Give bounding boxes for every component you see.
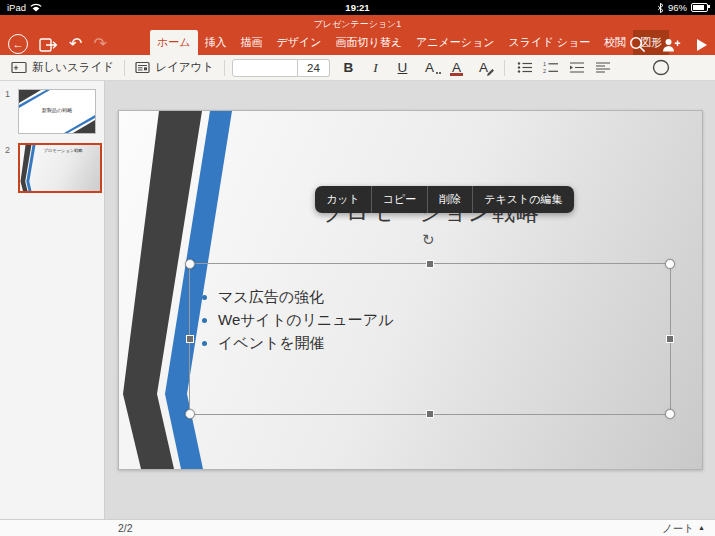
resize-handle-bottom-right[interactable] — [665, 409, 675, 419]
notes-toggle[interactable]: ノート ▲ — [662, 520, 705, 536]
share-file-button[interactable] — [39, 36, 58, 53]
bullet-text-2: Weサイトのリニューアル — [218, 311, 393, 330]
search-button[interactable] — [629, 36, 646, 53]
notes-expand-icon: ▲ — [698, 520, 705, 536]
slide-1-title: 新製品の戦略 — [25, 107, 90, 115]
context-menu-cut[interactable]: カット — [315, 186, 371, 213]
new-slide-icon — [11, 61, 27, 74]
layout-button[interactable]: レイアウト — [132, 60, 217, 75]
clear-formatting-button[interactable]: A — [417, 57, 442, 79]
slide-thumbnail-2-selected[interactable]: プロモーション戦略 — [18, 143, 102, 193]
clear-formatting-label: A — [425, 60, 434, 75]
back-button[interactable]: ← — [8, 34, 28, 54]
numbered-list-button[interactable]: 1 2 — [539, 57, 563, 79]
font-color-button[interactable]: A — [444, 57, 469, 79]
shape-style-button[interactable] — [649, 57, 673, 79]
slide-editor[interactable]: プロモーション戦略 ↻ マス広告の強化 — [118, 110, 703, 470]
rotate-handle[interactable]: ↻ — [422, 231, 435, 249]
share-icon — [39, 36, 58, 53]
resize-handle-left[interactable] — [186, 335, 194, 343]
battery-percent: 96% — [668, 2, 687, 13]
svg-text:2: 2 — [543, 68, 546, 74]
bullet-list-button[interactable] — [513, 57, 537, 79]
resize-handle-top[interactable] — [426, 260, 434, 268]
ribbon: プレゼンテーション1 ← ↶ ↷ ホーム 挿入 描画 デザイン 画面 — [0, 15, 715, 55]
resize-handle-bottom-left[interactable] — [185, 409, 195, 419]
tab-draw[interactable]: 描画 — [234, 30, 270, 55]
font-color-bar-icon — [450, 73, 463, 76]
bold-button[interactable]: B — [336, 57, 361, 79]
context-menu-delete[interactable]: 削除 — [427, 186, 472, 213]
bullet-list-icon — [517, 61, 533, 74]
redo-button[interactable]: ↷ — [93, 36, 106, 52]
notes-label: ノート — [662, 520, 694, 536]
slide-thumbnail-panel: 1 新製品の戦略 2 — [0, 81, 105, 519]
font-size-box[interactable]: 24 — [298, 59, 330, 77]
wifi-icon — [30, 3, 42, 12]
new-slide-button[interactable]: 新しいスライド — [8, 60, 117, 75]
back-arrow-icon: ← — [8, 34, 28, 54]
align-button[interactable] — [591, 57, 615, 79]
slide-thumbnail-1[interactable]: 新製品の戦略 — [18, 89, 96, 134]
bullet-icon — [202, 341, 207, 346]
resize-handle-bottom[interactable] — [426, 410, 434, 418]
svg-text:1: 1 — [543, 61, 546, 67]
bullet-text-3: イベントを開催 — [218, 334, 325, 353]
indent-icon — [569, 61, 585, 74]
content-area: 1 新製品の戦略 2 — [0, 81, 715, 519]
bullet-icon — [202, 318, 207, 323]
numbered-list-icon: 1 2 — [543, 61, 559, 74]
play-icon — [697, 39, 707, 51]
bullet-icon — [202, 295, 207, 300]
align-icon — [595, 61, 611, 74]
context-menu: カット コピー 削除 テキストの編集 — [315, 186, 574, 213]
indent-button[interactable] — [565, 57, 589, 79]
status-footer: 2/2 ノート ▲ — [0, 519, 715, 536]
tab-insert[interactable]: 挿入 — [198, 30, 234, 55]
resize-handle-top-left[interactable] — [185, 259, 195, 269]
bullet-item-3[interactable]: イベントを開催 — [202, 332, 393, 355]
bullet-item-2[interactable]: Weサイトのリニューアル — [202, 309, 393, 332]
tab-home[interactable]: ホーム — [150, 30, 198, 55]
format-toolbar: 新しいスライド レイアウト 24 B I U A A A — [0, 55, 715, 81]
ios-status-bar: iPad 19:21 96% — [0, 0, 715, 15]
present-button[interactable] — [697, 39, 707, 51]
pen-icon — [486, 68, 495, 77]
resize-handle-right[interactable] — [666, 335, 674, 343]
toolbar-divider — [224, 60, 225, 76]
undo-icon: ↶ — [69, 36, 82, 52]
undo-button[interactable]: ↶ — [69, 36, 82, 52]
context-menu-copy[interactable]: コピー — [371, 186, 428, 213]
italic-button[interactable]: I — [363, 57, 388, 79]
search-icon — [629, 36, 646, 53]
slide-2-title: プロモーション戦略 — [38, 148, 88, 154]
new-slide-label: 新しいスライド — [32, 60, 114, 75]
tab-design[interactable]: デザイン — [270, 30, 329, 55]
font-name-box[interactable] — [232, 59, 298, 77]
bullet-list: マス広告の強化 Weサイトのリニューアル イベントを開催 — [202, 286, 393, 355]
resize-handle-top-right[interactable] — [665, 259, 675, 269]
status-right: 96% — [657, 2, 708, 13]
context-menu-edit-text[interactable]: テキストの編集 — [472, 186, 573, 213]
toolbar-divider — [504, 60, 505, 76]
tab-transitions[interactable]: 画面切り替え — [329, 30, 410, 55]
text-box-selection[interactable]: ↻ マス広告の強化 — [189, 263, 671, 415]
bullet-item-1[interactable]: マス広告の強化 — [202, 286, 393, 309]
back-arrow-glyph: ← — [13, 39, 24, 50]
share-people-button[interactable] — [661, 38, 682, 52]
thumbnail-row-2: 2 プロモーション戦略 — [0, 143, 104, 193]
thumbnail-row-1: 1 新製品の戦略 — [0, 87, 104, 134]
tab-review[interactable]: 校閲 — [597, 30, 633, 55]
slide-counter: 2/2 — [118, 520, 133, 536]
ribbon-tabs: ホーム 挿入 描画 デザイン 画面切り替え アニメーション スライド ショー 校… — [150, 30, 669, 55]
text-effects-button[interactable]: A — [471, 57, 496, 79]
tab-slideshow[interactable]: スライド ショー — [502, 30, 598, 55]
underline-button[interactable]: U — [390, 57, 415, 79]
powerpoint-ipad-app: iPad 19:21 96% プレゼンテーション1 ← — [0, 0, 715, 536]
status-left: iPad — [7, 2, 42, 13]
bluetooth-icon — [657, 3, 664, 13]
tab-animations[interactable]: アニメーション — [409, 30, 502, 55]
slide-2-number: 2 — [0, 143, 18, 155]
toolbar-divider — [124, 60, 125, 76]
clock: 19:21 — [0, 2, 715, 13]
